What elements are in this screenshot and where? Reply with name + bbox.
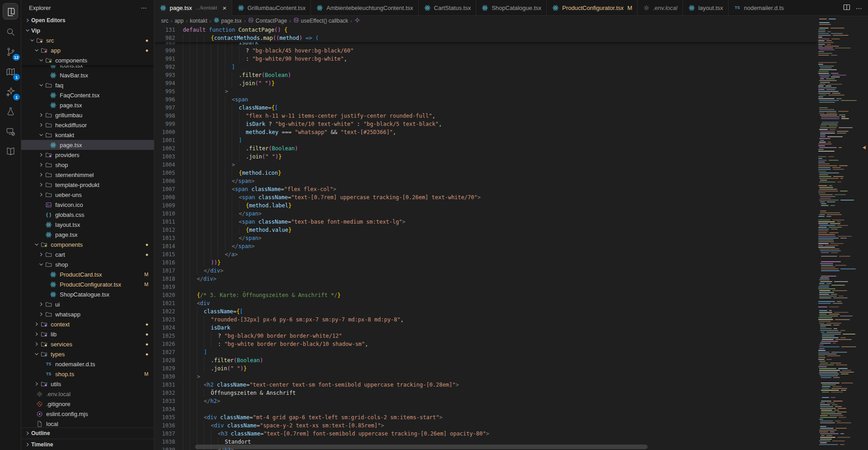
tree-item-src[interactable]: src● <box>21 35 154 45</box>
source-control-icon[interactable]: 12 <box>0 42 21 62</box>
tab-layout.tsx[interactable]: layout.tsx <box>683 0 729 16</box>
beaker-icon[interactable] <box>0 101 21 121</box>
tree-item-lib[interactable]: lib● <box>21 329 154 339</box>
tree-item-page.tsx[interactable]: page.tsx <box>21 100 154 110</box>
open-editors-section[interactable]: Open Editors <box>21 15 154 25</box>
tree-item-shop[interactable]: shop <box>21 259 154 269</box>
line-number: 995 <box>154 87 183 96</box>
line-number: 1007 <box>154 185 183 193</box>
indent-guide <box>218 242 224 250</box>
tree-item-faqcontent.tsx[interactable]: FaqContent.tsx <box>21 90 154 100</box>
chevron-right-icon <box>38 162 45 168</box>
explorer-icon[interactable] <box>0 2 21 22</box>
tree-item-components[interactable]: components● <box>21 239 154 249</box>
indent-guide <box>183 316 190 324</box>
tree-item-whatsapp[interactable]: whatsapp <box>21 309 154 319</box>
indent-guide <box>211 242 218 250</box>
tab-page.tsx[interactable]: page.tsx.../kontakt× <box>154 0 232 16</box>
breadcrumb-item-kontakt[interactable]: kontakt <box>190 18 207 24</box>
code-line: 1025? "bg-black/90 border border-white/1… <box>154 332 817 340</box>
tree-item-services[interactable]: services● <box>21 339 154 349</box>
line-number: 1003 <box>154 153 183 161</box>
indent-guide <box>225 136 232 144</box>
book-icon[interactable] <box>0 141 21 161</box>
breadcrumb-item-useeffect-callback[interactable]: useEffect() callback <box>293 17 348 24</box>
tree-item-components[interactable]: components <box>21 55 154 65</box>
breadcrumb-separator: › <box>244 18 246 24</box>
tree-item-context[interactable]: context● <box>21 319 154 329</box>
code-editor[interactable]: 989isDark990? "bg-black/45 hover:bg-blac… <box>154 26 817 450</box>
tree-item-eslint.config.mjs[interactable]: eslint.config.mjs <box>21 409 154 419</box>
tree-item-.env.local[interactable]: .env.local <box>21 389 154 399</box>
tree-item-app[interactable]: app● <box>21 45 154 55</box>
remote-icon[interactable] <box>0 121 21 141</box>
git-badge: ● <box>145 242 151 247</box>
line-number: 1015 <box>154 250 183 259</box>
tree-item-grillumbau[interactable]: grillumbau <box>21 110 154 120</box>
breadcrumb-item-src[interactable]: src <box>161 18 168 24</box>
tree-item-template-produkt[interactable]: template-produkt <box>21 180 154 190</box>
code-lines: 989isDark990? "bg-black/45 hover:bg-blac… <box>154 38 817 450</box>
split-editor-icon[interactable] <box>843 4 850 13</box>
breadcrumb-item-contactpage[interactable]: ContactPage <box>248 17 287 24</box>
tree-item-productconfigurator.tsx[interactable]: ProductConfigurator.tsxM <box>21 279 154 289</box>
tree-item-favicon.ico[interactable]: favicon.ico <box>21 200 154 210</box>
indent-guide <box>225 210 232 218</box>
tab-productconfigurator.tsx[interactable]: ProductConfigurator.tsxM <box>547 0 638 16</box>
tree-item-page.tsx[interactable]: page.tsx <box>21 230 154 239</box>
tree-item-utils[interactable]: utils <box>21 379 154 389</box>
breadcrumb-item-page.tsx[interactable]: page.tsx <box>214 17 242 24</box>
tree-item-sternenhimmel[interactable]: sternenhimmel <box>21 170 154 180</box>
tree-item-vip[interactable]: Vip <box>21 25 154 35</box>
tree-item-faq[interactable]: faq <box>21 80 154 90</box>
breadcrumb-label: kontakt <box>190 18 207 24</box>
tree-item-ueber-uns[interactable]: ueber-uns <box>21 190 154 200</box>
search-icon[interactable] <box>0 22 21 42</box>
tree-item-types[interactable]: types● <box>21 349 154 359</box>
timeline-section[interactable]: Timeline <box>21 439 154 450</box>
tab-shopcatalogue.tsx[interactable]: ShopCatalogue.tsx <box>476 0 547 16</box>
tree-item-shopcatalogue.tsx[interactable]: ShopCatalogue.tsx <box>21 289 154 299</box>
sparkle-icon[interactable]: 1 <box>0 81 21 101</box>
tab-ambientebeleuchtungcontent.tsx[interactable]: AmbientebeleuchtungContent.tsx <box>311 0 419 16</box>
indent-guide <box>190 430 196 438</box>
breadcrumb-item-app[interactable]: app <box>175 18 184 24</box>
code-line: 1037<h3 className="text-[0.7rem] font-se… <box>154 430 817 438</box>
minimap[interactable] <box>817 16 861 450</box>
map-icon[interactable]: 1 <box>0 62 21 81</box>
tree-item-ui[interactable]: ui <box>21 299 154 309</box>
tree-item-icons.tsx[interactable]: Icons.tsx <box>21 65 154 70</box>
tree-item-page.tsx[interactable]: page.tsx <box>21 140 154 150</box>
tree-item-.gitignore[interactable]: .gitignore <box>21 399 154 409</box>
tree-item-shop.ts[interactable]: TSshop.tsM <box>21 369 154 379</box>
tree-item-navbar.tsx[interactable]: NavBar.tsx <box>21 70 154 80</box>
tree-item-heckdiffusor[interactable]: heckdiffusor <box>21 120 154 130</box>
tree-item-layout.tsx[interactable]: layout.tsx <box>21 220 154 230</box>
tree-item-kontakt[interactable]: kontakt <box>21 130 154 140</box>
timeline-label: Timeline <box>31 441 53 448</box>
chevron-down-icon <box>33 351 40 357</box>
indent-guide <box>211 47 218 55</box>
tab-cartstatus.tsx[interactable]: CartStatus.tsx <box>419 0 477 16</box>
tree-item-providers[interactable]: providers <box>21 150 154 160</box>
outline-section[interactable]: Outline <box>21 427 154 439</box>
indent-guide <box>190 348 196 356</box>
tab-grillumbaucontent.tsx[interactable]: GrillumbauContent.tsx <box>232 0 311 16</box>
indent-guide <box>183 275 190 283</box>
tree-item-shop[interactable]: shop <box>21 160 154 170</box>
breadcrumb-item-symbol[interactable] <box>354 17 360 24</box>
code-line: 1006</span> <box>154 177 817 185</box>
tab-.env.local[interactable]: .env.local <box>638 0 683 16</box>
horizontal-scrollbar[interactable] <box>195 445 648 449</box>
close-icon[interactable]: × <box>223 5 227 11</box>
more-actions-icon[interactable]: ⋯ <box>856 5 863 12</box>
code-line: 999isDark ? "bg-white/10 text-white" : "… <box>154 120 817 128</box>
indent-guide <box>197 71 204 79</box>
tree-item-nodemailer.d.ts[interactable]: TSnodemailer.d.ts <box>21 359 154 369</box>
ellipsis-icon[interactable]: ⋯ <box>141 4 148 11</box>
indent-guide <box>218 185 224 193</box>
tree-item-globals.css[interactable]: { }globals.css <box>21 210 154 220</box>
indent-guide <box>190 267 196 275</box>
tree-item-cart[interactable]: cart● <box>21 249 154 259</box>
tree-item-productcard.tsx[interactable]: ProductCard.tsxM <box>21 269 154 279</box>
